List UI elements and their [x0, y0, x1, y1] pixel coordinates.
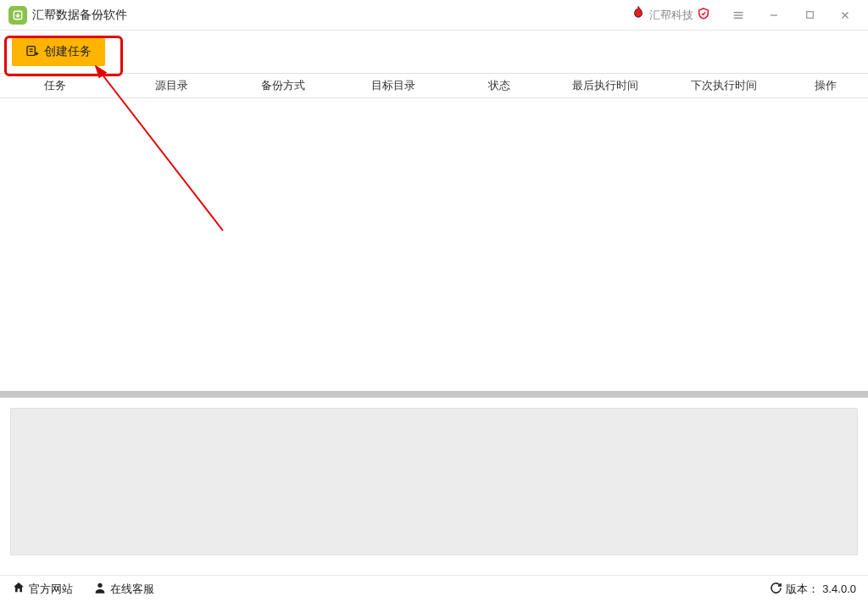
column-header-source-dir[interactable]: 源目录: [110, 78, 232, 93]
statusbar: 官方网站 在线客服 版本： 3.4.0.0: [0, 575, 868, 602]
refresh-icon: [770, 582, 782, 597]
list-add-icon: [25, 44, 39, 60]
flame-icon: [631, 5, 646, 25]
online-support-label: 在线客服: [110, 582, 154, 597]
menu-button[interactable]: [724, 3, 753, 28]
app-title: 汇帮数据备份软件: [32, 8, 127, 23]
table-header: 任务 源目录 备份方式 目标目录 状态 最后执行时间 下次执行时间 操作: [0, 73, 868, 98]
version-value: 3.4.0.0: [822, 582, 856, 595]
official-site-label: 官方网站: [29, 582, 73, 597]
version-info[interactable]: 版本： 3.4.0.0: [770, 582, 856, 597]
minimize-button[interactable]: [760, 3, 788, 28]
brand[interactable]: 汇帮科技: [631, 5, 710, 25]
titlebar-right: 汇帮科技: [631, 3, 860, 28]
titlebar-left: 汇帮数据备份软件: [8, 6, 631, 25]
create-task-label: 创建任务: [44, 44, 92, 59]
column-header-backup-mode[interactable]: 备份方式: [232, 78, 334, 93]
titlebar: 汇帮数据备份软件 汇帮科技: [0, 0, 868, 31]
create-task-button[interactable]: 创建任务: [12, 37, 105, 66]
official-site-link[interactable]: 官方网站: [12, 581, 73, 597]
column-header-status[interactable]: 状态: [453, 78, 546, 93]
close-button[interactable]: [831, 3, 860, 28]
column-header-task[interactable]: 任务: [0, 78, 110, 93]
support-icon: [93, 581, 107, 597]
svg-rect-5: [806, 12, 813, 19]
bottom-panel: [0, 398, 868, 566]
statusbar-left: 官方网站 在线客服: [12, 581, 770, 597]
home-icon: [12, 581, 25, 597]
column-header-actions[interactable]: 操作: [783, 78, 868, 93]
brand-text: 汇帮科技: [649, 8, 693, 23]
version-label: 版本：: [786, 582, 819, 597]
task-list-area: [0, 98, 868, 391]
column-header-last-exec-time[interactable]: 最后执行时间: [546, 78, 665, 93]
toolbar: 创建任务: [0, 31, 868, 73]
panel-separator[interactable]: [0, 391, 868, 398]
column-header-target-dir[interactable]: 目标目录: [334, 78, 453, 93]
shield-icon: [697, 7, 710, 24]
online-support-link[interactable]: 在线客服: [93, 581, 154, 597]
app-icon: [8, 6, 27, 25]
maximize-button[interactable]: [795, 3, 824, 28]
svg-point-15: [97, 583, 102, 588]
column-header-next-exec-time[interactable]: 下次执行时间: [665, 78, 783, 93]
log-box: [10, 408, 858, 555]
